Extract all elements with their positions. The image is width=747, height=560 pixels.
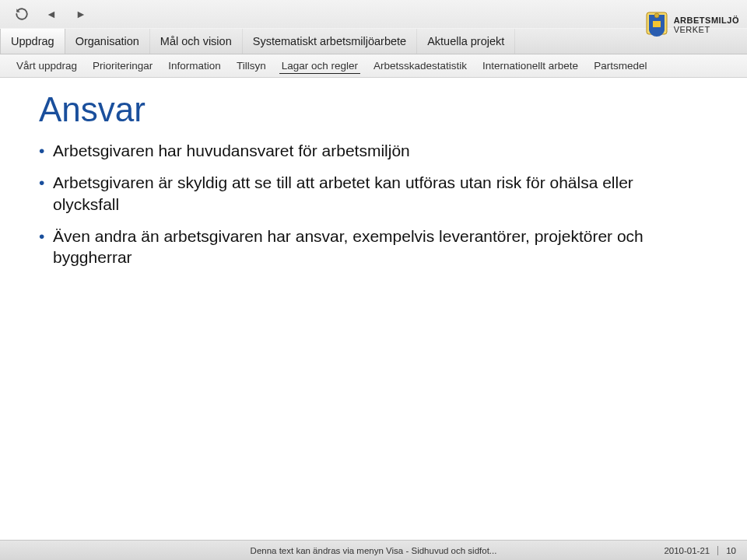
sub-tab-label: Arbetsskadestatistik xyxy=(374,60,467,72)
sub-tab-label: Information xyxy=(168,60,221,72)
prev-button[interactable]: ◄ xyxy=(44,6,59,22)
sub-tab-lagar-regler[interactable]: Lagar och regler xyxy=(279,58,360,74)
sub-tab-arbetsskadestatistik[interactable]: Arbetsskadestatistik xyxy=(371,58,469,73)
sub-tab-label: Partsmedel xyxy=(594,60,647,72)
footer-center-text: Denna text kan ändras via menyn Visa - S… xyxy=(251,546,497,555)
sub-tab-label: Prioriteringar xyxy=(93,60,153,72)
svg-point-1 xyxy=(654,13,659,18)
agency-logo: ARBETSMILJÖ VERKET xyxy=(646,12,739,38)
bullet-item: Arbetsgivaren har huvudansvaret för arbe… xyxy=(39,140,646,161)
footer-date: 2010-01-21 xyxy=(664,546,710,555)
page-title: Ansvar xyxy=(39,90,708,129)
sub-tab-information[interactable]: Information xyxy=(166,58,223,73)
sub-tab-partsmedel[interactable]: Partsmedel xyxy=(591,58,649,73)
sub-tab-label: Lagar och regler xyxy=(282,60,358,72)
logo-line1: ARBETSMILJÖ xyxy=(674,16,739,25)
sub-tab-label: Tillsyn xyxy=(237,60,266,72)
refresh-icon xyxy=(15,7,29,21)
refresh-button[interactable] xyxy=(14,6,30,22)
main-tab-label: Systematiskt arbetsmiljöarbete xyxy=(253,35,406,47)
bullet-item: Arbetsgivaren är skyldig att se till att… xyxy=(39,172,646,215)
main-tab-uppdrag[interactable]: Uppdrag xyxy=(0,29,65,54)
sub-tab-internationellt[interactable]: Internationellt arbete xyxy=(480,58,580,73)
bullet-list: Arbetsgivaren har huvudansvaret för arbe… xyxy=(39,140,708,268)
bullet-item: Även andra än arbetsgivaren har ansvar, … xyxy=(39,226,646,268)
sub-tab-tillsyn[interactable]: Tillsyn xyxy=(234,58,268,73)
slide: ◄ ► Uppdrag Organisation Mål och vision … xyxy=(0,0,747,560)
main-tab-organisation[interactable]: Organisation xyxy=(65,29,150,54)
sub-tab-label: Internationellt arbete xyxy=(482,60,578,72)
main-tab-label: Organisation xyxy=(75,35,139,47)
sub-tab-vart-uppdrag[interactable]: Vårt uppdrag xyxy=(14,58,79,73)
next-button[interactable]: ► xyxy=(73,6,89,22)
playback-bar: ◄ ► xyxy=(0,0,747,28)
sub-nav: Vårt uppdrag Prioriteringar Information … xyxy=(0,54,747,78)
main-nav: Uppdrag Organisation Mål och vision Syst… xyxy=(0,28,747,54)
main-tab-aktuella[interactable]: Aktuella projekt xyxy=(417,29,515,54)
prev-icon: ◄ xyxy=(46,8,57,20)
crest-icon xyxy=(646,12,668,38)
sub-tab-prioriteringar[interactable]: Prioriteringar xyxy=(90,58,155,73)
footer-page-number: 10 xyxy=(726,546,736,555)
divider xyxy=(717,546,718,555)
main-tab-label: Uppdrag xyxy=(11,35,54,47)
main-tab-label: Mål och vision xyxy=(160,35,232,47)
next-icon: ► xyxy=(75,8,86,20)
main-tab-label: Aktuella projekt xyxy=(427,35,504,47)
main-tab-sam[interactable]: Systematiskt arbetsmiljöarbete xyxy=(243,29,417,54)
main-tab-mal-vision[interactable]: Mål och vision xyxy=(150,29,243,54)
footer-bar: Denna text kan ändras via menyn Visa - S… xyxy=(0,540,747,560)
content-area: Ansvar Arbetsgivaren har huvudansvaret f… xyxy=(0,78,747,560)
sub-tab-label: Vårt uppdrag xyxy=(16,60,77,72)
logo-line2: VERKET xyxy=(674,25,739,34)
